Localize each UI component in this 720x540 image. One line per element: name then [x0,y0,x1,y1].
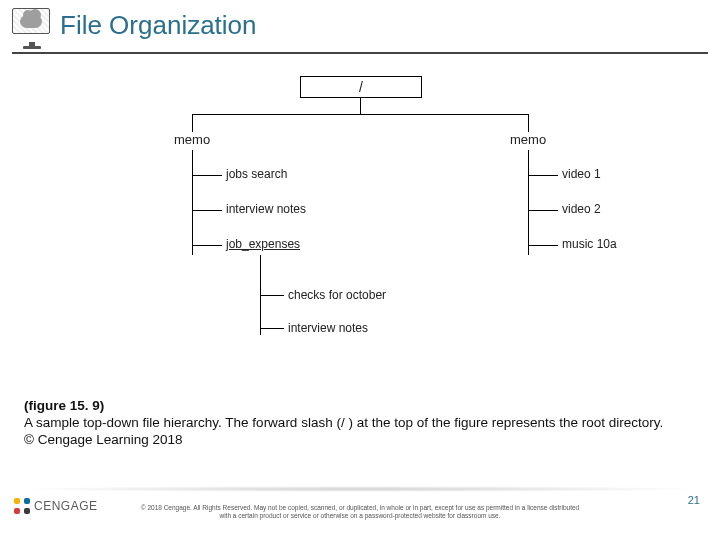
connector [528,114,529,132]
caption-copyright: © Cengage Learning 2018 [24,432,183,447]
node-interview-notes: interview notes [226,202,306,216]
node-video-2: video 2 [562,202,601,216]
slide-title: File Organization [60,10,257,41]
file-hierarchy-diagram: / memo memo jobs search interview notes … [0,70,720,390]
connector [192,245,222,246]
node-music-10a: music 10a [562,237,617,251]
cengage-logo-text: CENGAGE [34,499,98,513]
cloud-monitor-icon [12,8,52,42]
connector [360,98,361,114]
connector [192,114,193,132]
figure-number: (figure 15. 9) [24,398,104,413]
connector [192,114,528,115]
connector [528,245,558,246]
figure-caption: (figure 15. 9) A sample top-down file hi… [24,398,696,449]
connector [528,175,558,176]
node-interview-notes-sub: interview notes [288,321,368,335]
footer-copyright: © 2018 Cengage. All Rights Reserved. May… [140,504,580,520]
node-memo-right: memo [510,132,546,147]
connector [192,175,222,176]
page-number: 21 [688,494,700,506]
footer-divider [14,486,706,492]
node-root: / [300,76,422,98]
cengage-logo: CENGAGE [14,498,98,514]
connector [192,150,193,255]
node-job-expenses: job_expenses [226,237,300,251]
slide: File Organization / memo memo jobs searc… [0,0,720,540]
node-jobs-search: jobs search [226,167,287,181]
connector [192,210,222,211]
caption-text: A sample top-down file hierarchy. The fo… [24,415,663,430]
connector [528,150,529,255]
connector [528,210,558,211]
connector [260,295,284,296]
connector [260,328,284,329]
slide-header: File Organization [12,8,708,42]
node-video-1: video 1 [562,167,601,181]
header-rule [12,52,708,54]
cengage-logo-icon [14,498,30,514]
node-memo-left: memo [174,132,210,147]
node-checks-october: checks for october [288,288,386,302]
